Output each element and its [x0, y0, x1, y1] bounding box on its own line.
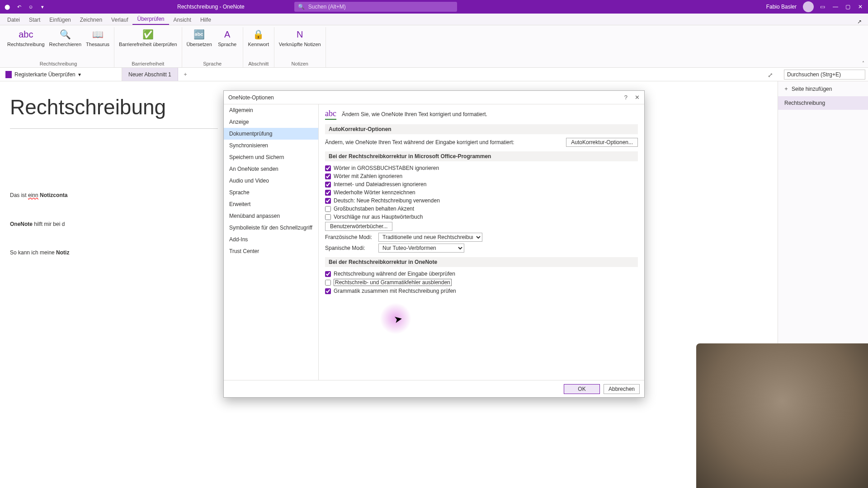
user-dictionaries-button[interactable]: Benutzerwörterbücher...: [325, 222, 392, 231]
checkbox-label[interactable]: Wiederholte Wörter kennzeichnen: [334, 189, 415, 196]
autocorrect-desc: Ändern, wie OneNote Ihren Text während d…: [325, 139, 563, 145]
checkbox[interactable]: [325, 174, 331, 179]
section-header: Bei der Rechtschreibkorrektur in Microso…: [325, 151, 638, 161]
french-modes-select[interactable]: Traditionelle und neue Rechtschreibung: [378, 233, 482, 242]
dialog-title: OneNote-Optionen: [228, 94, 274, 101]
dialog-nav-item[interactable]: Synchronisieren: [224, 140, 318, 151]
dialog-nav-item[interactable]: Anzeige: [224, 116, 318, 128]
checkbox-label[interactable]: Internet- und Dateiadressen ignorieren: [334, 181, 426, 188]
dialog-content: abc Ändern Sie, wie OneNote Ihren Text k…: [319, 104, 644, 380]
checkbox-row: Grammatik zusammen mit Rechtschreibung p…: [325, 287, 638, 295]
help-icon[interactable]: ?: [624, 94, 627, 101]
dialog-footer: OK Abbrechen: [224, 380, 644, 397]
checkbox[interactable]: [325, 198, 331, 204]
dialog-nav-item[interactable]: Audio und Video: [224, 175, 318, 187]
french-modes-label: Französische Modi:: [325, 234, 376, 240]
section-header: Bei der Rechtschreibkorrektur in OneNote: [325, 257, 638, 267]
dialog-nav-item[interactable]: Speichern und Sichern: [224, 151, 318, 163]
dialog-nav: AllgemeinAnzeigeDokumentprüfungSynchroni…: [224, 104, 319, 380]
dialog-nav-item[interactable]: Erweitert: [224, 198, 318, 210]
checkbox[interactable]: [325, 271, 331, 277]
dialog-nav-item[interactable]: Symbolleiste für den Schnellzugriff: [224, 222, 318, 234]
checkbox-row: Wörter in GROSSBUCHSTABEN ignorieren: [325, 164, 638, 172]
checkbox[interactable]: [325, 165, 331, 171]
checkbox-label[interactable]: Rechtschreib- und Grammatikfehler ausble…: [334, 279, 452, 286]
checkbox-label[interactable]: Deutsch: Neue Rechtschreibung verwenden: [334, 197, 440, 204]
checkbox-label[interactable]: Großbuchstaben behalten Akzent: [334, 206, 414, 212]
checkbox-row: Rechtschreibung während der Eingabe über…: [325, 270, 638, 278]
section-header: AutoKorrektur-Optionen: [325, 124, 638, 134]
dialog-nav-item[interactable]: Sprache: [224, 187, 318, 198]
checkbox-row: Vorschläge nur aus Hauptwörterbuch: [325, 213, 638, 221]
checkbox-label[interactable]: Rechtschreibung während der Eingabe über…: [334, 271, 455, 277]
dialog-nav-item[interactable]: Trust Center: [224, 245, 318, 257]
checkbox-label[interactable]: Wörter in GROSSBUCHSTABEN ignorieren: [334, 165, 439, 171]
dialog-nav-item[interactable]: Menüband anpassen: [224, 210, 318, 222]
autocorrect-options-button[interactable]: AutoKorrektur-Optionen...: [566, 138, 638, 147]
proofing-icon: abc: [325, 109, 336, 120]
checkbox-row: Internet- und Dateiadressen ignorieren: [325, 180, 638, 188]
checkbox-row: Rechtschreib- und Grammatikfehler ausble…: [325, 278, 638, 287]
dialog-nav-item[interactable]: Allgemein: [224, 104, 318, 116]
dialog-nav-item[interactable]: An OneNote senden: [224, 163, 318, 175]
checkbox[interactable]: [325, 214, 331, 220]
dialog-intro: Ändern Sie, wie OneNote Ihren Text korri…: [342, 111, 487, 117]
dialog-titlebar: OneNote-Optionen ? ✕: [224, 91, 644, 104]
checkbox[interactable]: [325, 280, 331, 286]
checkbox-row: Großbuchstaben behalten Akzent: [325, 205, 638, 213]
checkbox[interactable]: [325, 182, 331, 188]
options-dialog: OneNote-Optionen ? ✕ AllgemeinAnzeigeDok…: [223, 90, 645, 398]
checkbox-label[interactable]: Vorschläge nur aus Hauptwörterbuch: [334, 214, 423, 220]
checkbox-row: Wiederholte Wörter kennzeichnen: [325, 188, 638, 197]
spanish-modes-label: Spanische Modi:: [325, 245, 376, 251]
spanish-modes-select[interactable]: Nur Tuteo-Verbformen: [378, 244, 464, 253]
dialog-nav-item[interactable]: Dokumentprüfung: [224, 128, 318, 140]
checkbox[interactable]: [325, 288, 331, 294]
checkbox[interactable]: [325, 190, 331, 196]
checkbox-row: Deutsch: Neue Rechtschreibung verwenden: [325, 197, 638, 205]
dialog-nav-item[interactable]: Add-Ins: [224, 234, 318, 245]
checkbox[interactable]: [325, 206, 331, 212]
checkbox-row: Wörter mit Zahlen ignorieren: [325, 172, 638, 180]
cancel-button[interactable]: Abbrechen: [604, 384, 640, 394]
ok-button[interactable]: OK: [564, 384, 600, 394]
dialog-close-icon[interactable]: ✕: [635, 94, 640, 101]
webcam-overlay: [696, 343, 868, 488]
checkbox-label[interactable]: Grammatik zusammen mit Rechtschreibung p…: [334, 288, 456, 294]
checkbox-label[interactable]: Wörter mit Zahlen ignorieren: [334, 173, 402, 179]
